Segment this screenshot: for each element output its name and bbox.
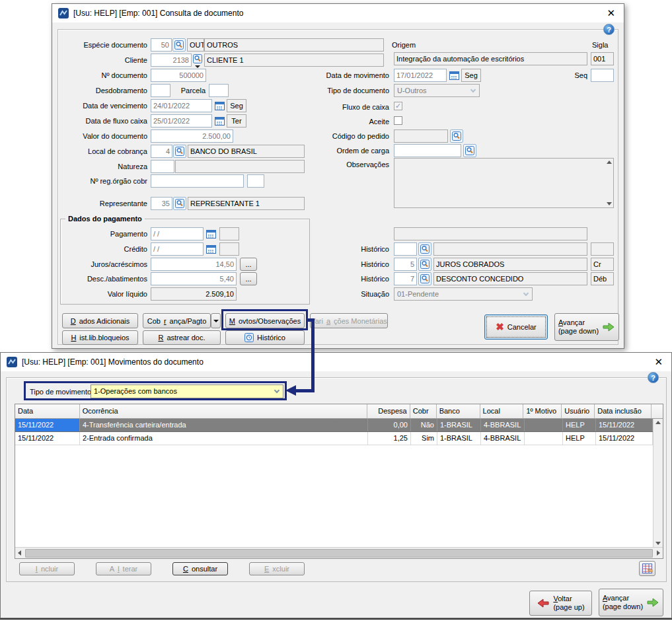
table-header-cell[interactable]: Ocorrência	[80, 404, 367, 419]
descabat-field[interactable]: 5,40	[151, 272, 237, 285]
scrollbar-thumb[interactable]	[25, 549, 653, 558]
table-header-cell[interactable]: Local	[480, 404, 524, 419]
close-icon[interactable]: ✕	[652, 353, 665, 371]
table-row[interactable]: 15/11/20222-Entrada confirmada1,25Sim1-B…	[15, 432, 653, 445]
table-header-cell[interactable]: Usuário	[562, 404, 595, 419]
window2-titlebar[interactable]: [Usu: HELP] [Emp: 001] Movimentos do doc…	[1, 353, 671, 371]
table-header-cell[interactable]: Data	[15, 404, 80, 419]
table-cell[interactable]: 1-BRASIL	[437, 432, 481, 445]
table-header-cell[interactable]: Cobr	[410, 404, 437, 419]
horizontal-scrollbar[interactable]	[15, 547, 663, 558]
descabat-more-button[interactable]: ...	[240, 272, 257, 285]
table-header-cell[interactable]: Despesa	[367, 404, 410, 419]
historico3-lookup-button[interactable]	[418, 272, 431, 285]
juros-field[interactable]: 14,50	[151, 258, 237, 271]
desktop: [Usu: HELP] [Emp: 001] Consulta de docum…	[0, 0, 672, 621]
table-cell[interactable]: HELP	[563, 432, 596, 445]
fluxocaixa-date-field[interactable]: 25/01/2022	[151, 114, 212, 128]
vencimento-calendar-button[interactable]	[213, 99, 225, 112]
credito-calendar-button[interactable]	[205, 242, 217, 256]
pagamento-calendar-button[interactable]	[205, 227, 217, 240]
help-icon[interactable]: ?	[603, 24, 615, 35]
rastrear-doc-button[interactable]: Rastrear doc.	[143, 330, 221, 345]
natureza-code-field[interactable]	[151, 160, 174, 173]
fluxocaixa-calendar-button[interactable]	[213, 114, 225, 128]
table-row[interactable]: 15/11/20224-Transferência carteira/entra…	[15, 419, 653, 432]
table-header-cell[interactable]: Banco	[437, 404, 480, 419]
valordoc-field[interactable]: 2.500,00	[151, 129, 233, 143]
historico2-code-field[interactable]: 5	[394, 258, 417, 271]
especie-code-field[interactable]: 50	[151, 38, 172, 52]
regorgao-digit-field[interactable]	[247, 174, 264, 188]
historico-button[interactable]: Histórico	[225, 330, 305, 345]
seq-field[interactable]	[591, 69, 614, 82]
table-cell[interactable]: 4-BBRASIL	[481, 432, 525, 445]
table-cell[interactable]: 1,25	[368, 432, 411, 445]
parcela-field[interactable]	[209, 84, 229, 97]
avancar-button[interactable]: Avançar(page down)	[554, 313, 619, 341]
observacoes-textarea[interactable]	[394, 158, 614, 208]
cliente-code-field[interactable]: 2138	[151, 54, 192, 67]
voltar-label: Voltar	[553, 595, 572, 603]
dados-adicionais-button[interactable]: Dados Adicionais	[62, 313, 138, 328]
help-icon[interactable]: ?	[648, 372, 659, 383]
table-header-cell[interactable]: 1º Motivo	[523, 404, 562, 419]
table-cell[interactable]: 15/11/2022	[596, 419, 653, 431]
codpedido-field	[394, 129, 448, 143]
table-cell[interactable]: 15/11/2022	[596, 432, 653, 445]
voltar-button[interactable]: Voltar(page up)	[529, 591, 592, 616]
cobranca-pagto-dropdown-button[interactable]	[211, 313, 221, 328]
scroll-right-icon[interactable]	[657, 548, 660, 558]
representante-label: Representante	[59, 197, 147, 210]
cliente-lookup-button[interactable]	[193, 54, 202, 68]
consultar-button[interactable]: Consultar	[172, 562, 228, 575]
cobranca-pagto-button[interactable]: Cobrança/Pagto	[143, 313, 211, 328]
scroll-up-icon[interactable]	[607, 161, 612, 164]
ordemcarga-lookup-button[interactable]	[463, 144, 476, 157]
scroll-up-icon[interactable]	[653, 421, 663, 424]
table-cell[interactable]: 4-BBRASIL	[481, 419, 525, 431]
regorgao-field[interactable]	[151, 174, 244, 188]
table-cell[interactable]: HELP	[563, 419, 596, 431]
table-cell[interactable]: 15/11/2022	[15, 419, 80, 431]
historico1-lookup-button[interactable]	[418, 242, 431, 256]
table-cell[interactable]	[525, 419, 563, 431]
codpedido-lookup-button[interactable]	[450, 129, 463, 143]
historico3-code-field[interactable]: 7	[394, 272, 417, 285]
avancar-button[interactable]: Avançar(page down)	[599, 589, 663, 616]
table-cell[interactable]: 0,00	[368, 419, 411, 431]
scroll-down-icon[interactable]	[653, 542, 663, 545]
localcob-lookup-button[interactable]	[173, 145, 186, 158]
table-header-cell[interactable]: Data inclusão	[595, 404, 652, 419]
table-cell[interactable]: Sim	[411, 432, 437, 445]
localcob-code-field[interactable]: 4	[151, 145, 172, 158]
vencimento-date-field[interactable]: 24/01/2022	[151, 99, 212, 112]
scroll-left-icon[interactable]	[18, 548, 21, 558]
table-cell[interactable]: 15/11/2022	[15, 432, 80, 445]
vertical-scrollbar[interactable]	[653, 419, 663, 547]
ordemcarga-field[interactable]	[394, 144, 461, 157]
window1-titlebar[interactable]: [Usu: HELP] [Emp: 001] Consulta de docum…	[52, 4, 624, 22]
cancelar-button[interactable]: ✖ Cancelar	[484, 314, 548, 340]
credito-date-field[interactable]: / /	[151, 242, 204, 256]
table-cell[interactable]: 1-BRASIL	[437, 419, 481, 431]
scroll-down-icon[interactable]	[607, 202, 612, 205]
hist-lib-bloqueios-button[interactable]: Hist.lib.bloqueios	[62, 330, 138, 345]
especie-lookup-button[interactable]	[172, 38, 186, 52]
representante-lookup-button[interactable]	[173, 197, 186, 210]
grid-columns-button[interactable]	[639, 561, 655, 576]
table-cell[interactable]: 2-Entrada confirmada	[80, 432, 368, 445]
close-icon[interactable]: ✕	[604, 4, 618, 22]
datamov-date-field[interactable]: 17/01/2022	[394, 69, 447, 82]
table-cell[interactable]	[525, 432, 563, 445]
historico2-lookup-button[interactable]	[418, 258, 431, 271]
juros-more-button[interactable]: ...	[240, 258, 257, 271]
historico1-code-field[interactable]	[394, 242, 417, 256]
table-cell[interactable]: Não	[411, 419, 437, 431]
numdoc-field[interactable]: 500000	[151, 69, 206, 82]
aceite-checkbox[interactable]	[394, 116, 402, 125]
representante-code-field[interactable]: 35	[151, 197, 172, 210]
pagamento-date-field[interactable]: / /	[151, 227, 204, 240]
datamov-calendar-button[interactable]	[448, 69, 460, 82]
table-cell[interactable]: 4-Transferência carteira/entrada	[80, 419, 368, 431]
